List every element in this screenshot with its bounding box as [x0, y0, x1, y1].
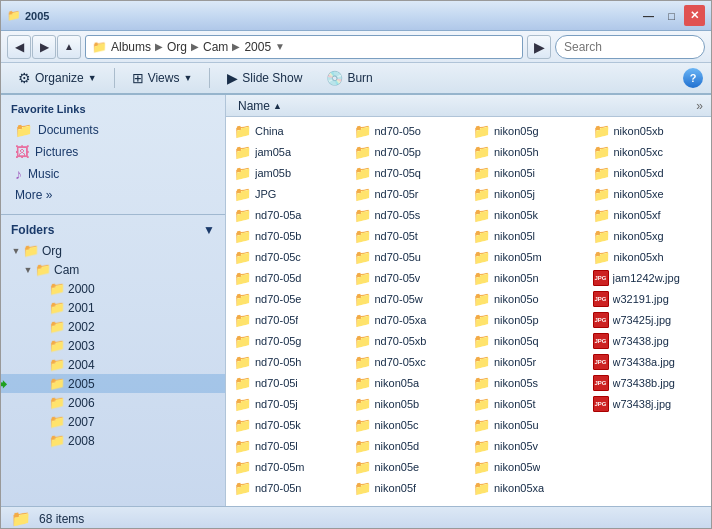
file-item[interactable]: 📁nd70-05o — [350, 121, 469, 141]
file-item[interactable]: 📁jam05a — [230, 142, 349, 162]
file-item[interactable]: 📁nd70-05xa — [350, 310, 469, 330]
file-item[interactable]: 📁nikon05c — [350, 415, 469, 435]
file-item[interactable]: 📁nikon05b — [350, 394, 469, 414]
file-item[interactable]: 📁nd70-05m — [230, 457, 349, 477]
tree-item-2005[interactable]: ➡ 📁 2005 — [1, 374, 225, 393]
file-item[interactable]: 📁nd70-05g — [230, 331, 349, 351]
file-item[interactable]: 📁nikon05k — [469, 205, 588, 225]
file-item[interactable]: 📁nikon05w — [469, 457, 588, 477]
file-item[interactable]: 📁nd70-05t — [350, 226, 469, 246]
maximize-button[interactable]: □ — [661, 5, 682, 26]
file-item[interactable]: 📁JPG — [230, 184, 349, 204]
folders-header[interactable]: Folders ▼ — [1, 219, 225, 241]
file-item[interactable]: 📁nikon05xb — [589, 121, 708, 141]
name-column-header[interactable]: Name ▲ — [230, 97, 290, 115]
file-item[interactable]: 📁nd70-05k — [230, 415, 349, 435]
file-item[interactable]: 📁nikon05xh — [589, 247, 708, 267]
file-item[interactable]: 📁nd70-05l — [230, 436, 349, 456]
tree-item-2000[interactable]: 📁 2000 — [1, 279, 225, 298]
file-item[interactable]: 📁nd70-05c — [230, 247, 349, 267]
file-item[interactable]: JPGw73438j.jpg — [589, 394, 708, 414]
file-item[interactable]: 📁nikon05xg — [589, 226, 708, 246]
file-item[interactable]: 📁nd70-05xb — [350, 331, 469, 351]
tree-item-2001[interactable]: 📁 2001 — [1, 298, 225, 317]
file-item[interactable]: 📁nikon05xf — [589, 205, 708, 225]
sidebar-link-documents[interactable]: 📁 Documents — [1, 119, 225, 141]
file-item[interactable]: 📁nikon05a — [350, 373, 469, 393]
file-item[interactable]: 📁nikon05o — [469, 289, 588, 309]
tree-item-2003[interactable]: 📁 2003 — [1, 336, 225, 355]
slideshow-button[interactable]: ▶ Slide Show — [218, 65, 311, 91]
tree-item-2002[interactable]: 📁 2002 — [1, 317, 225, 336]
file-item[interactable]: 📁nikon05q — [469, 331, 588, 351]
file-item[interactable]: 📁nikon05r — [469, 352, 588, 372]
tree-item-2006[interactable]: 📁 2006 — [1, 393, 225, 412]
file-item[interactable]: 📁nikon05g — [469, 121, 588, 141]
file-item[interactable]: 📁nikon05v — [469, 436, 588, 456]
search-input[interactable] — [564, 40, 712, 54]
file-item[interactable]: 📁nikon05t — [469, 394, 588, 414]
file-item[interactable]: 📁nikon05d — [350, 436, 469, 456]
file-item[interactable]: 📁nikon05xd — [589, 163, 708, 183]
file-item[interactable]: JPGjam1242w.jpg — [589, 268, 708, 288]
file-item[interactable]: 📁nd70-05a — [230, 205, 349, 225]
tree-item-2004[interactable]: 📁 2004 — [1, 355, 225, 374]
file-item[interactable]: 📁nikon05e — [350, 457, 469, 477]
file-item[interactable]: 📁nd70-05d — [230, 268, 349, 288]
sidebar-link-music[interactable]: ♪ Music — [1, 163, 225, 185]
file-item[interactable]: JPGw73438a.jpg — [589, 352, 708, 372]
tree-item-cam[interactable]: ▼ 📁 Cam — [1, 260, 225, 279]
file-item[interactable]: 📁nikon05f — [350, 478, 469, 498]
file-item[interactable]: JPGw73438b.jpg — [589, 373, 708, 393]
file-item[interactable]: JPGw73425j.jpg — [589, 310, 708, 330]
file-item[interactable]: 📁nikon05u — [469, 415, 588, 435]
file-item[interactable]: 📁jam05b — [230, 163, 349, 183]
file-item[interactable]: 📁nikon05s — [469, 373, 588, 393]
more-columns-button[interactable]: » — [692, 97, 707, 115]
burn-button[interactable]: 💿 Burn — [317, 65, 381, 91]
file-item[interactable]: 📁nd70-05n — [230, 478, 349, 498]
file-item[interactable]: 📁nikon05m — [469, 247, 588, 267]
file-item[interactable]: 📁nikon05l — [469, 226, 588, 246]
file-item[interactable]: 📁nd70-05v — [350, 268, 469, 288]
tree-item-org[interactable]: ▼ 📁 Org — [1, 241, 225, 260]
file-item[interactable]: 📁nd70-05b — [230, 226, 349, 246]
forward-button[interactable]: ▶ — [32, 35, 56, 59]
file-item[interactable]: 📁nikon05i — [469, 163, 588, 183]
file-item[interactable]: 📁nd70-05u — [350, 247, 469, 267]
views-button[interactable]: ⊞ Views ▼ — [123, 65, 202, 91]
tree-item-2008[interactable]: 📁 2008 — [1, 431, 225, 450]
back-button[interactable]: ◀ — [7, 35, 31, 59]
more-link[interactable]: More » — [1, 185, 225, 210]
address-path[interactable]: 📁 Albums ▶ Org ▶ Cam ▶ 2005 ▼ — [85, 35, 523, 59]
file-item[interactable]: 📁nd70-05p — [350, 142, 469, 162]
go-button[interactable]: ▶ — [527, 35, 551, 59]
close-button[interactable]: ✕ — [684, 5, 705, 26]
minimize-button[interactable]: — — [638, 5, 659, 26]
up-button[interactable]: ▲ — [57, 35, 81, 59]
file-item[interactable]: 📁nd70-05h — [230, 352, 349, 372]
file-item[interactable]: 📁nd70-05s — [350, 205, 469, 225]
file-item[interactable]: 📁nd70-05r — [350, 184, 469, 204]
file-item[interactable]: 📁nikon05p — [469, 310, 588, 330]
file-item[interactable]: 📁nikon05j — [469, 184, 588, 204]
file-item[interactable]: 📁nd70-05w — [350, 289, 469, 309]
file-item[interactable]: JPGw73438.jpg — [589, 331, 708, 351]
file-item[interactable]: 📁nikon05xa — [469, 478, 588, 498]
file-item[interactable]: 📁nikon05xe — [589, 184, 708, 204]
sidebar-link-pictures[interactable]: 🖼 Pictures — [1, 141, 225, 163]
file-item[interactable]: 📁nd70-05i — [230, 373, 349, 393]
file-item[interactable]: 📁nikon05xc — [589, 142, 708, 162]
file-item[interactable]: 📁China — [230, 121, 349, 141]
file-item[interactable]: 📁nd70-05j — [230, 394, 349, 414]
tree-item-2007[interactable]: 📁 2007 — [1, 412, 225, 431]
organize-button[interactable]: ⚙ Organize ▼ — [9, 65, 106, 91]
file-item[interactable]: JPGw32191.jpg — [589, 289, 708, 309]
file-item[interactable]: 📁nd70-05xc — [350, 352, 469, 372]
file-item[interactable]: 📁nd70-05e — [230, 289, 349, 309]
file-item[interactable]: 📁nikon05n — [469, 268, 588, 288]
file-item[interactable]: 📁nd70-05f — [230, 310, 349, 330]
file-item[interactable]: 📁nd70-05q — [350, 163, 469, 183]
file-item[interactable]: 📁nikon05h — [469, 142, 588, 162]
help-button[interactable]: ? — [683, 68, 703, 88]
